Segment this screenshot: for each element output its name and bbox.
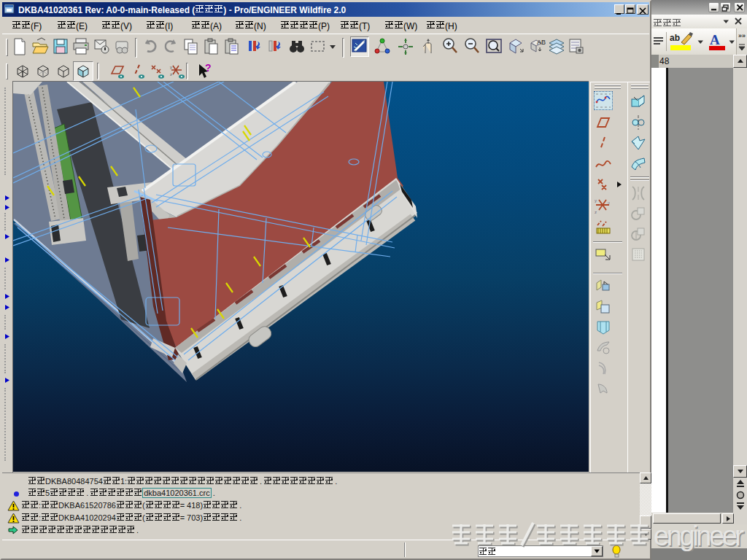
svg-text:ab: ab	[670, 33, 680, 43]
svg-text:z: z	[170, 72, 172, 77]
svg-text:AB: AB	[537, 39, 546, 46]
svg-text:A: A	[710, 32, 720, 47]
svg-text:z: z	[595, 210, 597, 214]
svg-text:?: ?	[205, 63, 212, 74]
svg-text:engineer: engineer	[654, 521, 744, 551]
svg-text:y: y	[595, 198, 597, 203]
svg-text:y: y	[170, 65, 172, 69]
